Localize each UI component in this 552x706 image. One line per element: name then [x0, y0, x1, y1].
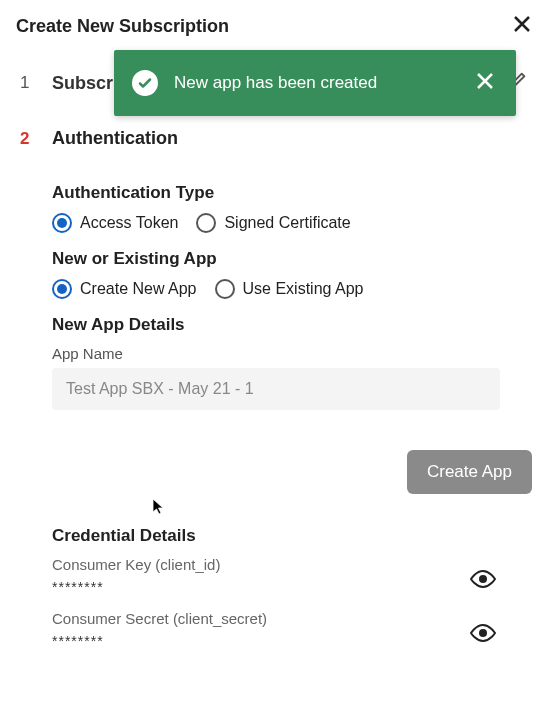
new-app-details-title: New App Details: [52, 315, 500, 335]
auth-type-title: Authentication Type: [52, 183, 500, 203]
radio-selected-icon: [52, 213, 72, 233]
close-dialog-button[interactable]: [508, 10, 536, 42]
radio-create-new-app[interactable]: Create New App: [52, 279, 197, 299]
step-2-label: Authentication: [52, 128, 178, 149]
eye-icon: [470, 624, 496, 642]
check-circle-icon: [132, 70, 158, 96]
app-name-label: App Name: [52, 345, 500, 362]
svg-point-1: [479, 629, 487, 637]
reveal-consumer-secret-button[interactable]: [466, 620, 500, 650]
radio-use-existing-app[interactable]: Use Existing App: [215, 279, 364, 299]
eye-icon: [470, 570, 496, 588]
dialog-title: Create New Subscription: [16, 16, 229, 37]
credential-details-title: Credential Details: [52, 526, 500, 546]
radio-unselected-icon: [196, 213, 216, 233]
step-2-number: 2: [20, 129, 38, 149]
radio-create-new-label: Create New App: [80, 280, 197, 298]
app-mode-title: New or Existing App: [52, 249, 500, 269]
close-icon: [512, 14, 532, 34]
radio-use-existing-label: Use Existing App: [243, 280, 364, 298]
radio-access-token-label: Access Token: [80, 214, 178, 232]
svg-point-0: [479, 575, 487, 583]
step-1-number: 1: [20, 73, 38, 93]
create-app-button[interactable]: Create App: [407, 450, 532, 494]
consumer-secret-value: ********: [52, 633, 466, 649]
consumer-key-label: Consumer Key (client_id): [52, 556, 466, 573]
radio-signed-cert[interactable]: Signed Certificate: [196, 213, 350, 233]
radio-unselected-icon: [215, 279, 235, 299]
app-name-input[interactable]: [52, 368, 500, 410]
toast-close-button[interactable]: [472, 68, 498, 98]
consumer-key-value: ********: [52, 579, 466, 595]
reveal-consumer-key-button[interactable]: [466, 566, 500, 596]
close-icon: [476, 72, 494, 90]
radio-signed-cert-label: Signed Certificate: [224, 214, 350, 232]
radio-access-token[interactable]: Access Token: [52, 213, 178, 233]
step-2-row: 2 Authentication: [0, 114, 552, 163]
radio-selected-icon: [52, 279, 72, 299]
consumer-secret-label: Consumer Secret (client_secret): [52, 610, 466, 627]
success-toast: New app has been created: [114, 50, 516, 116]
toast-message: New app has been created: [174, 73, 456, 93]
